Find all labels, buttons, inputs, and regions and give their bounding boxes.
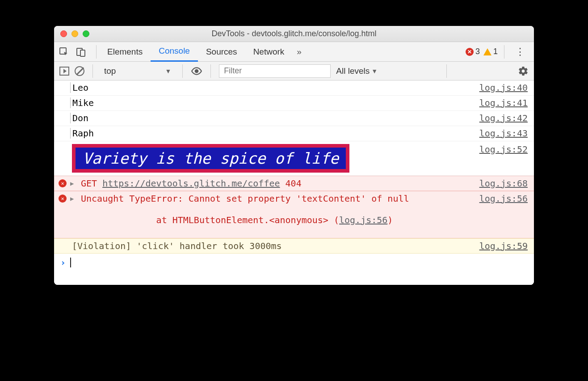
warn-count-badge[interactable]: 1 xyxy=(483,47,498,56)
expand-icon[interactable]: ▶ xyxy=(70,178,79,187)
devtools-window: DevTools - devtools.glitch.me/console/lo… xyxy=(54,26,534,285)
inspect-icon[interactable] xyxy=(59,47,69,57)
source-link[interactable]: log.js:68 xyxy=(479,178,528,189)
error-row-exception[interactable]: ✕ ▶ Uncaught TypeError: Cannot set prope… xyxy=(54,191,534,238)
styled-log-text: Variety is the spice of life xyxy=(72,144,349,173)
divider xyxy=(210,64,211,78)
log-row[interactable]: Leo log.js:40 xyxy=(54,80,534,96)
svg-point-3 xyxy=(195,69,198,72)
divider xyxy=(446,64,447,78)
window-title: DevTools - devtools.glitch.me/console/lo… xyxy=(54,29,534,38)
log-text: Mike xyxy=(70,97,479,108)
svg-rect-2 xyxy=(80,50,85,56)
request-url[interactable]: https://devtools.glitch.me/coffee xyxy=(102,178,280,189)
source-link[interactable]: log.js:52 xyxy=(479,144,528,155)
close-icon[interactable] xyxy=(60,30,67,37)
source-link[interactable]: log.js:40 xyxy=(479,82,528,93)
log-row[interactable]: Don log.js:42 xyxy=(54,111,534,126)
chevron-down-icon: ▼ xyxy=(371,68,378,75)
source-link[interactable]: log.js:43 xyxy=(479,128,528,139)
log-row[interactable]: Mike log.js:41 xyxy=(54,96,534,111)
error-row-network[interactable]: ✕ ▶ GET https://devtools.glitch.me/coffe… xyxy=(54,176,534,191)
context-value: top xyxy=(104,66,116,76)
context-selector[interactable]: top ▼ xyxy=(101,65,174,77)
stack-suffix: ) xyxy=(387,215,393,225)
source-link[interactable]: log.js:59 xyxy=(479,241,528,251)
tabs-overflow-icon[interactable]: » xyxy=(297,47,302,57)
error-message: Uncaught TypeError: Cannot set property … xyxy=(81,193,479,204)
tab-network[interactable]: Network xyxy=(245,42,293,62)
tabs-row: Elements Console Sources Network » ✕ 3 1… xyxy=(54,42,534,62)
http-status: 404 xyxy=(286,178,302,189)
error-count-badge[interactable]: ✕ 3 xyxy=(466,47,480,56)
sidebar-toggle-icon[interactable] xyxy=(59,67,69,76)
warn-count: 1 xyxy=(493,47,498,56)
warning-icon xyxy=(483,48,491,55)
stack-prefix: at HTMLButtonElement.<anonymous> ( xyxy=(134,215,339,225)
divider xyxy=(92,64,93,78)
console-prompt[interactable]: › xyxy=(54,254,534,271)
log-row-styled[interactable]: Variety is the spice of life log.js:52 xyxy=(54,141,534,176)
clear-console-icon[interactable] xyxy=(75,66,84,76)
live-expression-icon[interactable] xyxy=(191,65,202,77)
http-method: GET xyxy=(81,178,97,189)
stack-link[interactable]: log.js:56 xyxy=(339,215,387,225)
filter-input[interactable] xyxy=(219,64,331,78)
divider xyxy=(96,45,97,59)
log-text: Raph xyxy=(70,128,479,139)
violation-row[interactable]: [Violation] 'click' handler took 3000ms … xyxy=(54,238,534,254)
tab-sources[interactable]: Sources xyxy=(198,42,245,62)
source-link[interactable]: log.js:56 xyxy=(479,193,528,204)
error-icon: ✕ xyxy=(466,48,474,56)
source-link[interactable]: log.js:41 xyxy=(479,97,528,108)
tab-console[interactable]: Console xyxy=(151,42,198,62)
levels-label: All levels xyxy=(336,66,370,76)
zoom-icon[interactable] xyxy=(83,30,89,37)
expand-icon[interactable]: ▶ xyxy=(70,193,79,202)
chevron-down-icon: ▼ xyxy=(165,68,171,75)
log-text: Leo xyxy=(70,82,479,93)
gear-icon[interactable] xyxy=(518,66,529,76)
device-toggle-icon[interactable] xyxy=(76,47,86,57)
tab-elements[interactable]: Elements xyxy=(99,42,151,62)
kebab-menu-icon[interactable]: ⋮ xyxy=(511,46,529,58)
prompt-chevron-icon: › xyxy=(60,257,66,268)
error-icon: ✕ xyxy=(59,195,67,203)
log-row[interactable]: Raph log.js:43 xyxy=(54,126,534,141)
divider xyxy=(504,45,504,59)
input-cursor xyxy=(70,258,71,267)
error-icon: ✕ xyxy=(59,179,67,187)
divider xyxy=(182,64,183,78)
console-toolbar: top ▼ All levels ▼ xyxy=(54,62,534,80)
traffic-lights xyxy=(60,30,89,37)
minimize-icon[interactable] xyxy=(71,30,78,37)
source-link[interactable]: log.js:42 xyxy=(479,113,528,123)
titlebar: DevTools - devtools.glitch.me/console/lo… xyxy=(54,26,534,42)
log-levels-selector[interactable]: All levels ▼ xyxy=(336,66,378,76)
error-count: 3 xyxy=(475,47,480,56)
log-text: Don xyxy=(70,113,479,123)
console-output: Leo log.js:40 Mike log.js:41 Don log.js:… xyxy=(54,80,534,285)
violation-text: [Violation] 'click' handler took 3000ms xyxy=(70,241,479,251)
